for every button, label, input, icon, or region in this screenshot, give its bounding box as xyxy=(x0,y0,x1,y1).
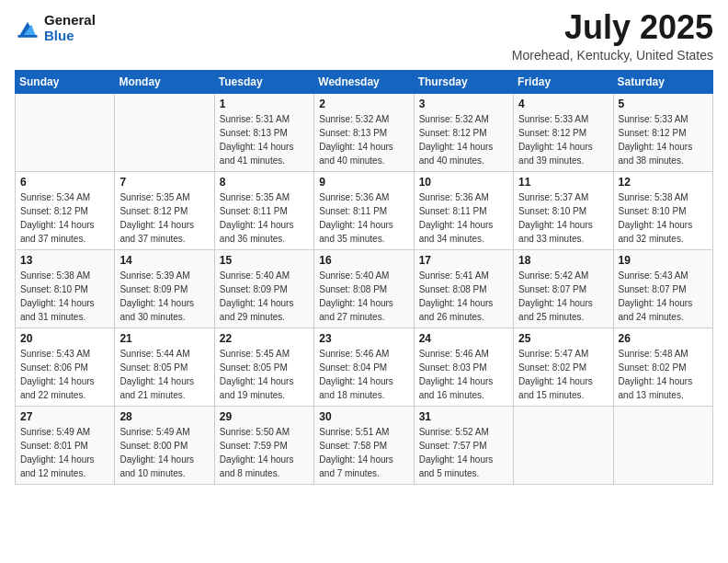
day-sunset: Sunset: 8:11 PM xyxy=(220,206,288,216)
day-daylight: Daylight: 14 hours and 33 minutes. xyxy=(518,220,593,244)
header-tuesday: Tuesday xyxy=(214,70,313,93)
day-sunrise: Sunrise: 5:48 AM xyxy=(619,349,688,359)
day-sunset: Sunset: 8:13 PM xyxy=(220,128,288,138)
calendar-cell: 30 Sunrise: 5:51 AM Sunset: 7:58 PM Dayl… xyxy=(314,406,414,484)
day-sunrise: Sunrise: 5:47 AM xyxy=(518,349,588,359)
day-number: 22 xyxy=(220,332,309,345)
day-number: 7 xyxy=(119,176,209,189)
day-daylight: Daylight: 14 hours and 34 minutes. xyxy=(419,220,494,244)
day-number: 16 xyxy=(319,254,408,267)
calendar-cell: 28 Sunrise: 5:49 AM Sunset: 8:00 PM Dayl… xyxy=(115,406,214,484)
day-sunrise: Sunrise: 5:49 AM xyxy=(119,427,189,437)
day-daylight: Daylight: 14 hours and 10 minutes. xyxy=(119,454,194,478)
calendar-cell: 31 Sunrise: 5:52 AM Sunset: 7:57 PM Dayl… xyxy=(414,406,513,484)
day-sunrise: Sunrise: 5:51 AM xyxy=(319,427,389,437)
day-sunset: Sunset: 8:02 PM xyxy=(518,362,586,373)
calendar-cell: 8 Sunrise: 5:35 AM Sunset: 8:11 PM Dayli… xyxy=(214,171,313,249)
header-thursday: Thursday xyxy=(414,70,513,93)
day-sunset: Sunset: 8:01 PM xyxy=(20,441,88,451)
day-sunset: Sunset: 7:57 PM xyxy=(419,441,487,451)
day-daylight: Daylight: 14 hours and 8 minutes. xyxy=(220,454,294,478)
calendar-cell: 21 Sunrise: 5:44 AM Sunset: 8:05 PM Dayl… xyxy=(115,327,214,406)
calendar-cell xyxy=(613,406,712,484)
calendar-cell: 6 Sunrise: 5:34 AM Sunset: 8:12 PM Dayli… xyxy=(16,171,115,249)
day-daylight: Daylight: 14 hours and 29 minutes. xyxy=(220,298,294,322)
day-number: 9 xyxy=(319,176,408,189)
logo-icon xyxy=(15,16,40,41)
day-daylight: Daylight: 14 hours and 27 minutes. xyxy=(319,298,393,322)
calendar-cell: 26 Sunrise: 5:48 AM Sunset: 8:02 PM Dayl… xyxy=(613,327,712,406)
day-daylight: Daylight: 14 hours and 30 minutes. xyxy=(119,298,194,322)
subtitle: Morehead, Kentucky, United States xyxy=(512,48,713,63)
day-sunset: Sunset: 8:06 PM xyxy=(20,362,88,373)
calendar-week-3: 13 Sunrise: 5:38 AM Sunset: 8:10 PM Dayl… xyxy=(16,249,713,327)
calendar-cell: 5 Sunrise: 5:33 AM Sunset: 8:12 PM Dayli… xyxy=(613,93,712,171)
day-daylight: Daylight: 14 hours and 41 minutes. xyxy=(220,142,294,166)
day-daylight: Daylight: 14 hours and 22 minutes. xyxy=(20,376,95,400)
day-number: 24 xyxy=(419,332,508,345)
day-sunset: Sunset: 8:08 PM xyxy=(419,284,487,294)
day-sunrise: Sunrise: 5:40 AM xyxy=(220,270,290,281)
day-sunset: Sunset: 8:12 PM xyxy=(419,128,487,138)
day-sunset: Sunset: 8:04 PM xyxy=(319,362,387,373)
day-sunrise: Sunrise: 5:39 AM xyxy=(119,270,189,281)
calendar-cell: 25 Sunrise: 5:47 AM Sunset: 8:02 PM Dayl… xyxy=(514,327,613,406)
day-sunrise: Sunrise: 5:31 AM xyxy=(220,114,290,124)
logo-text: General Blue xyxy=(44,13,96,43)
day-sunrise: Sunrise: 5:42 AM xyxy=(518,270,588,281)
day-sunrise: Sunrise: 5:44 AM xyxy=(119,349,189,359)
day-daylight: Daylight: 14 hours and 32 minutes. xyxy=(619,220,693,244)
day-number: 19 xyxy=(619,254,708,267)
day-sunset: Sunset: 8:09 PM xyxy=(119,284,188,294)
day-sunrise: Sunrise: 5:34 AM xyxy=(20,192,90,202)
calendar-cell: 27 Sunrise: 5:49 AM Sunset: 8:01 PM Dayl… xyxy=(16,406,115,484)
day-number: 10 xyxy=(419,176,508,189)
day-sunset: Sunset: 7:59 PM xyxy=(220,441,288,451)
day-number: 23 xyxy=(319,332,408,345)
day-number: 5 xyxy=(619,98,708,110)
day-sunrise: Sunrise: 5:38 AM xyxy=(619,192,688,202)
day-daylight: Daylight: 14 hours and 16 minutes. xyxy=(419,376,494,400)
day-number: 30 xyxy=(319,410,408,423)
calendar-cell: 3 Sunrise: 5:32 AM Sunset: 8:12 PM Dayli… xyxy=(414,93,513,171)
day-sunset: Sunset: 8:02 PM xyxy=(619,362,687,373)
header-friday: Friday xyxy=(514,70,613,93)
day-number: 8 xyxy=(220,176,309,189)
day-number: 13 xyxy=(20,254,109,267)
day-number: 27 xyxy=(20,410,109,423)
day-sunset: Sunset: 8:09 PM xyxy=(220,284,288,294)
day-sunrise: Sunrise: 5:49 AM xyxy=(20,427,90,437)
main-title: July 2025 xyxy=(512,9,713,46)
calendar-cell: 13 Sunrise: 5:38 AM Sunset: 8:10 PM Dayl… xyxy=(16,249,115,327)
calendar-cell: 19 Sunrise: 5:43 AM Sunset: 8:07 PM Dayl… xyxy=(613,249,712,327)
calendar-cell: 18 Sunrise: 5:42 AM Sunset: 8:07 PM Dayl… xyxy=(514,249,613,327)
day-daylight: Daylight: 14 hours and 39 minutes. xyxy=(518,142,593,166)
svg-rect-3 xyxy=(18,35,38,38)
page-header: General Blue July 2025 Morehead, Kentuck… xyxy=(15,9,713,63)
day-sunrise: Sunrise: 5:46 AM xyxy=(419,349,489,359)
header-monday: Monday xyxy=(115,70,214,93)
calendar-cell: 20 Sunrise: 5:43 AM Sunset: 8:06 PM Dayl… xyxy=(16,327,115,406)
day-number: 31 xyxy=(419,410,508,423)
day-sunset: Sunset: 8:00 PM xyxy=(119,441,188,451)
calendar-cell: 17 Sunrise: 5:41 AM Sunset: 8:08 PM Dayl… xyxy=(414,249,513,327)
calendar-cell: 10 Sunrise: 5:36 AM Sunset: 8:11 PM Dayl… xyxy=(414,171,513,249)
day-sunrise: Sunrise: 5:36 AM xyxy=(419,192,489,202)
day-daylight: Daylight: 14 hours and 12 minutes. xyxy=(20,454,95,478)
day-daylight: Daylight: 14 hours and 26 minutes. xyxy=(419,298,494,322)
calendar-cell: 4 Sunrise: 5:33 AM Sunset: 8:12 PM Dayli… xyxy=(514,93,613,171)
day-sunset: Sunset: 8:13 PM xyxy=(319,128,387,138)
logo-blue: Blue xyxy=(44,29,96,44)
header-wednesday: Wednesday xyxy=(314,70,414,93)
header-saturday: Saturday xyxy=(613,70,712,93)
day-sunrise: Sunrise: 5:43 AM xyxy=(20,349,90,359)
day-number: 25 xyxy=(518,332,608,345)
day-daylight: Daylight: 14 hours and 21 minutes. xyxy=(119,376,194,400)
day-sunrise: Sunrise: 5:45 AM xyxy=(220,349,290,359)
calendar-cell: 11 Sunrise: 5:37 AM Sunset: 8:10 PM Dayl… xyxy=(514,171,613,249)
day-number: 11 xyxy=(518,176,608,189)
calendar-cell: 14 Sunrise: 5:39 AM Sunset: 8:09 PM Dayl… xyxy=(115,249,214,327)
day-sunrise: Sunrise: 5:33 AM xyxy=(518,114,588,124)
day-number: 3 xyxy=(419,98,508,110)
day-sunrise: Sunrise: 5:35 AM xyxy=(220,192,290,202)
